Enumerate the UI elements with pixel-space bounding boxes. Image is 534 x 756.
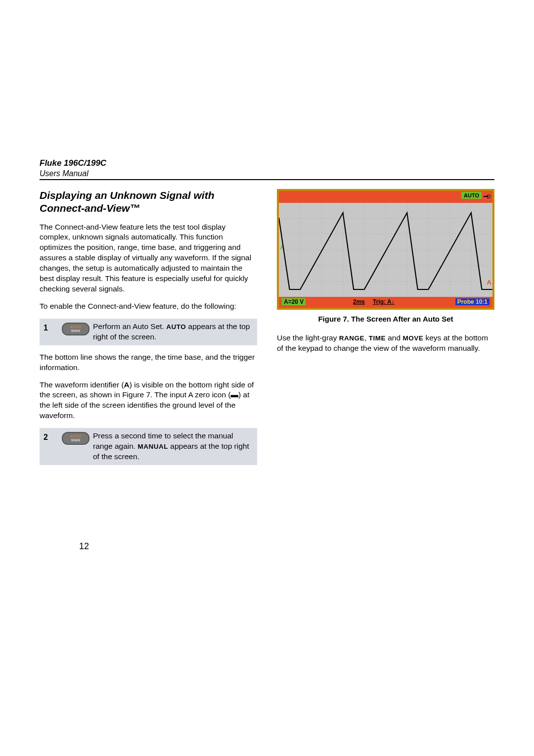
move-key: MOVE	[402, 334, 423, 342]
step-2-row: 2 AUTO MAN Press a second time to select…	[40, 428, 257, 465]
keys-pre: Use the light-gray	[277, 333, 339, 342]
waveform-paragraph: The waveform identifier (A) is visible o…	[40, 380, 257, 422]
section-title: Displaying an Unknown Signal with Connec…	[40, 189, 257, 215]
wave-pre: The waveform identifier (	[40, 380, 124, 389]
product-model: Fluke 196C/199C	[40, 158, 494, 168]
auto-man-button-icon: AUTO MAN	[62, 323, 89, 335]
oscilloscope-figure: AUTO A A	[277, 189, 494, 310]
page-number: 12	[79, 541, 89, 552]
step-1-number: 1	[44, 322, 58, 332]
time-key: TIME	[369, 334, 386, 342]
range-key: RANGE	[339, 334, 364, 342]
step-1-row: 1 AUTO MAN Perform an Auto Set. AUTO app…	[40, 319, 257, 345]
ground-icon: ▬	[231, 390, 239, 399]
scope-trigger-label: Trig: A↓	[373, 298, 395, 305]
figure-caption: Figure 7. The Screen After an Auto Set	[277, 315, 494, 323]
page-header: Fluke 196C/199C Users Manual	[40, 158, 494, 180]
keys-paragraph: Use the light-gray RANGE, TIME and MOVE …	[277, 333, 494, 354]
scope-probe-label: Probe 10:1	[455, 298, 490, 305]
scope-timebase-label: 2ms	[353, 298, 365, 305]
step-1-text: Perform an Auto Set. AUTO appears at the…	[93, 322, 253, 342]
left-column: Displaying an Unknown Signal with Connec…	[40, 189, 257, 472]
step-1-pre: Perform an Auto Set.	[93, 322, 166, 331]
auto-man-button-icon: AUTO MAN	[62, 432, 89, 445]
step-1-smallcaps: AUTO	[166, 323, 186, 331]
button-bottom-label: MAN	[71, 329, 80, 333]
sep2: and	[386, 333, 402, 342]
step-2-number: 2	[44, 431, 58, 442]
right-column: AUTO A A	[277, 189, 494, 472]
bottom-line-paragraph: The bottom line shows the range, the tim…	[40, 352, 257, 373]
scope-top-bar: AUTO	[279, 191, 492, 203]
auto-badge: AUTO	[461, 192, 482, 199]
scope-grid: A A	[279, 203, 492, 297]
button-bottom-label: MAN	[71, 438, 80, 442]
enable-instruction: To enable the Connect-and-View feature, …	[40, 301, 257, 312]
connector-icon	[484, 193, 490, 200]
scope-range-label: A=20 V	[282, 298, 306, 305]
step-2-smallcaps: MANUAL	[138, 443, 169, 450]
step-2-text: Press a second time to select the manual…	[93, 431, 253, 462]
manual-label: Users Manual	[40, 169, 494, 178]
wave-identifier: A	[124, 380, 130, 389]
waveform-svg	[279, 203, 492, 297]
intro-paragraph: The Connect-and-View feature lets the te…	[40, 222, 257, 294]
scope-bottom-bar: A=20 V 2ms Trig: A↓ Probe 10:1	[279, 297, 492, 308]
sep1: ,	[364, 333, 369, 342]
